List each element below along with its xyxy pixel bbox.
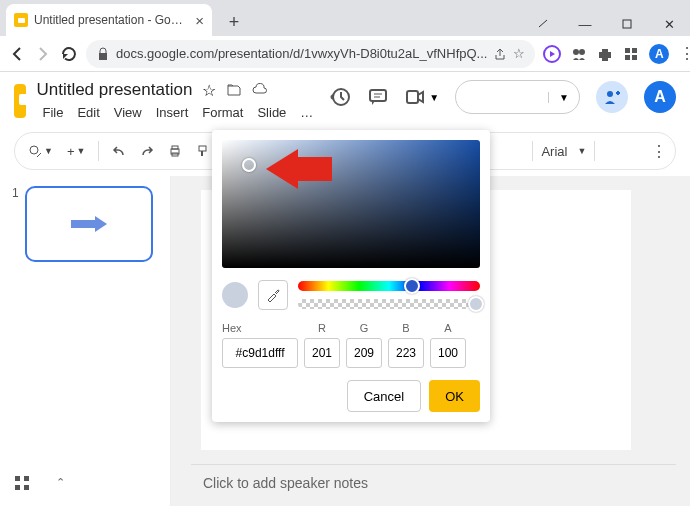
arrow-shape-icon: [69, 215, 109, 233]
reload-icon[interactable]: [60, 45, 78, 63]
footer: ⌃ Click to add speaker notes: [14, 464, 676, 501]
menu-insert[interactable]: Insert: [150, 103, 195, 122]
color-picker-popup: Hex R G B A Cancel OK: [212, 130, 490, 422]
slides-logo-icon[interactable]: [14, 84, 26, 118]
account-avatar[interactable]: A: [644, 81, 676, 113]
svg-rect-0: [623, 20, 631, 28]
alpha-slider[interactable]: [298, 299, 480, 309]
comments-icon[interactable]: [367, 86, 389, 108]
svg-rect-21: [15, 476, 20, 481]
svg-rect-5: [625, 48, 630, 53]
svg-point-14: [607, 91, 613, 97]
menu-edit[interactable]: Edit: [71, 103, 105, 122]
browser-menu-icon[interactable]: ⋮: [679, 44, 690, 63]
person-add-icon: [603, 88, 621, 106]
speaker-notes[interactable]: Click to add speaker notes: [191, 464, 676, 501]
menu-format[interactable]: Format: [196, 103, 249, 122]
color-swatch: [222, 282, 248, 308]
back-icon[interactable]: [8, 45, 26, 63]
hex-input[interactable]: [222, 338, 298, 368]
svg-point-3: [573, 49, 579, 55]
app-header: Untitled presentation ☆ File Edit View I…: [0, 72, 690, 122]
alpha-thumb[interactable]: [468, 296, 484, 312]
cloud-status-icon[interactable]: [252, 82, 268, 98]
eyedropper-button[interactable]: [258, 280, 288, 310]
extension-icons: A ⋮: [543, 44, 690, 64]
new-tab-button[interactable]: +: [220, 8, 248, 36]
saturation-value-picker[interactable]: [222, 140, 480, 268]
browser-tab[interactable]: Untitled presentation - Google S ×: [6, 4, 212, 36]
slides-favicon: [14, 13, 28, 27]
undo-tool[interactable]: [107, 140, 131, 162]
url-text: docs.google.com/presentation/d/1vwxyVh-D…: [116, 46, 487, 61]
svg-rect-10: [370, 90, 386, 101]
grid-view-icon[interactable]: [14, 475, 30, 491]
a-input[interactable]: [430, 338, 466, 368]
annotation-arrow-icon: [262, 149, 332, 189]
extensions-icon[interactable]: [597, 46, 613, 62]
eyedropper-icon: [265, 287, 281, 303]
slideshow-caret-icon[interactable]: ▼: [548, 92, 579, 103]
svg-rect-7: [625, 55, 630, 60]
r-label: R: [304, 322, 340, 334]
print-tool[interactable]: [163, 140, 187, 162]
slideshow-button[interactable]: Slideshow ▼: [455, 80, 580, 114]
tab-title: Untitled presentation - Google S: [34, 13, 189, 27]
hue-thumb[interactable]: [404, 278, 420, 294]
b-label: B: [388, 322, 424, 334]
cancel-button[interactable]: Cancel: [347, 380, 421, 412]
svg-point-15: [30, 146, 38, 154]
profile-avatar[interactable]: A: [649, 44, 669, 64]
hex-label: Hex: [222, 322, 298, 334]
redo-tool[interactable]: [135, 140, 159, 162]
svg-rect-22: [24, 476, 29, 481]
toolbar-more-icon[interactable]: ⋮: [651, 142, 667, 161]
menubar: File Edit View Insert Format Slide …: [36, 103, 319, 122]
new-slide-tool[interactable]: +▼: [62, 140, 91, 163]
g-label: G: [346, 322, 382, 334]
g-input[interactable]: [346, 338, 382, 368]
history-icon[interactable]: [329, 86, 351, 108]
maximize-window-icon[interactable]: [606, 12, 648, 36]
svg-rect-23: [15, 485, 20, 490]
move-icon[interactable]: [226, 82, 242, 98]
svg-rect-13: [407, 91, 418, 103]
star-icon[interactable]: ☆: [202, 81, 216, 100]
r-input[interactable]: [304, 338, 340, 368]
menu-view[interactable]: View: [108, 103, 148, 122]
slide-thumbnail[interactable]: [25, 186, 153, 262]
slide-panel: 1: [0, 176, 170, 506]
slide-number: 1: [12, 186, 19, 496]
hue-slider[interactable]: [298, 281, 480, 291]
b-input[interactable]: [388, 338, 424, 368]
document-title[interactable]: Untitled presentation: [36, 80, 192, 100]
a-label: A: [430, 322, 466, 334]
browser-titlebar: Untitled presentation - Google S × + — ✕: [0, 0, 690, 36]
close-window-icon[interactable]: ✕: [648, 12, 690, 36]
browser-toolbar: docs.google.com/presentation/d/1vwxyVh-D…: [0, 36, 690, 72]
share-button[interactable]: [596, 81, 628, 113]
menu-slide[interactable]: Slide: [251, 103, 292, 122]
close-tab-icon[interactable]: ×: [195, 12, 204, 29]
minimize-window-icon[interactable]: —: [564, 12, 606, 36]
lock-icon: [96, 47, 110, 61]
dashboard-extension-icon[interactable]: [623, 46, 639, 62]
menu-file[interactable]: File: [36, 103, 69, 122]
color-cursor[interactable]: [242, 158, 256, 172]
svg-rect-6: [632, 48, 637, 53]
svg-rect-18: [172, 146, 178, 149]
svg-rect-20: [199, 146, 206, 151]
team-extension-icon[interactable]: [571, 46, 587, 62]
meet-button[interactable]: ▼: [405, 89, 439, 105]
menu-more[interactable]: …: [294, 103, 319, 122]
svg-rect-8: [632, 55, 637, 60]
forward-icon: [34, 45, 52, 63]
search-tool[interactable]: ▼: [23, 140, 58, 162]
ok-button[interactable]: OK: [429, 380, 480, 412]
font-selector[interactable]: Arial ▼: [532, 141, 586, 161]
svg-rect-1: [99, 53, 107, 60]
svg-point-4: [579, 49, 585, 55]
explore-caret-icon[interactable]: ⌃: [56, 476, 65, 489]
svg-line-16: [37, 153, 41, 157]
svg-rect-24: [24, 485, 29, 490]
